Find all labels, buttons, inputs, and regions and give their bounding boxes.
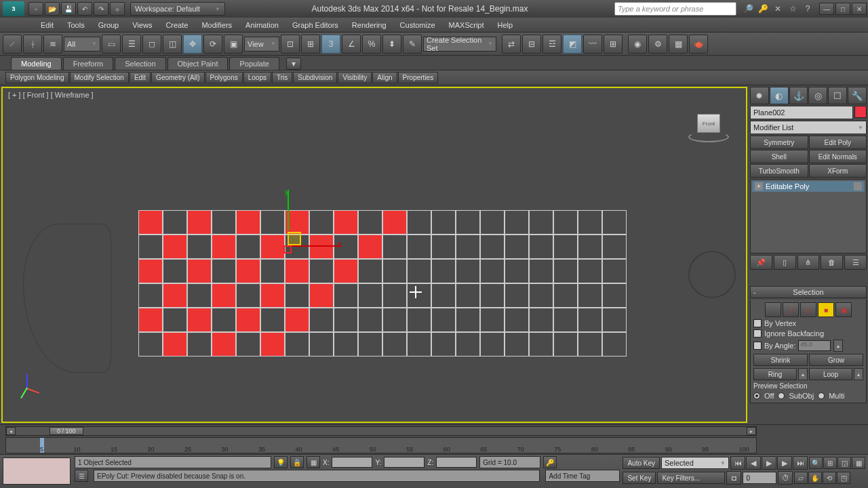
goto-start-icon[interactable]: ⏮ [730, 456, 745, 470]
favorite-icon[interactable]: ☆ [787, 3, 799, 15]
time-prev-icon[interactable]: ◂ [6, 427, 16, 435]
menu-help[interactable]: Help [491, 19, 520, 31]
tab-modeling[interactable]: Modeling [11, 57, 62, 70]
time-slider[interactable]: ◂ 0 / 100 ▸ [5, 426, 757, 436]
redo-icon[interactable]: ↷ [94, 2, 108, 16]
by-angle-input[interactable]: 45.0 [798, 340, 831, 351]
select-by-name-icon[interactable]: ☰ [122, 35, 141, 54]
spinner-snap-icon[interactable]: ⬍ [382, 35, 401, 54]
modify-tab-icon[interactable]: ◐ [770, 87, 789, 104]
panel-loops[interactable]: Loops [243, 72, 271, 83]
gizmo-x-axis-icon[interactable] [288, 245, 342, 247]
menu-modifiers[interactable]: Modifiers [195, 19, 239, 31]
pan-icon[interactable]: ✋ [808, 472, 822, 484]
align-icon[interactable]: ⊟ [522, 35, 541, 54]
selection-rollout-header[interactable]: - Selection [750, 286, 867, 298]
next-frame-icon[interactable]: ▶ [777, 456, 792, 470]
lock-selection-icon[interactable]: 💡 [274, 456, 288, 468]
panel-subdivision[interactable]: Subdivision [293, 72, 337, 83]
stack-editable-poly[interactable]: + Editable Poly [752, 181, 865, 192]
edit-poly-button[interactable]: Edit Poly [809, 136, 867, 149]
symmetry-button[interactable]: Symmetry [750, 136, 808, 149]
show-end-result-icon[interactable]: ▯ [774, 255, 796, 270]
ring-spinner[interactable]: ▴ [798, 368, 808, 380]
panel-geometry-all[interactable]: Geometry (All) [151, 72, 204, 83]
app-logo-icon[interactable]: 3 [3, 1, 24, 16]
viewport-label[interactable]: [ + ] [ Front ] [ Wireframe ] [8, 91, 94, 99]
y-coord-input[interactable] [384, 457, 425, 468]
menu-tools[interactable]: Tools [60, 19, 92, 31]
select-region-icon[interactable]: ◻ [142, 35, 161, 54]
render-icon[interactable]: 🫖 [689, 35, 708, 54]
graphite-icon[interactable]: ◩ [563, 35, 582, 54]
expand-icon[interactable]: + [755, 182, 763, 190]
save-icon[interactable]: 💾 [61, 2, 76, 16]
panel-edit[interactable]: Edit [130, 72, 151, 83]
shrink-button[interactable]: Shrink [753, 354, 808, 366]
help-icon[interactable]: ? [802, 3, 814, 15]
material-editor-icon[interactable]: ◉ [628, 35, 647, 54]
play-icon[interactable]: ▶ [762, 456, 776, 470]
set-key-button[interactable]: Set Key [623, 472, 656, 484]
exchange-icon[interactable]: ✕ [772, 3, 784, 15]
zoom-extents-all-icon[interactable]: ▦ [852, 457, 865, 469]
selection-filter-dropdown[interactable]: All▼ [64, 37, 100, 52]
render-frame-icon[interactable]: ▦ [669, 35, 688, 54]
mini-listener-input[interactable] [3, 458, 71, 485]
orbit-icon[interactable]: ⟲ [823, 472, 836, 484]
ref-coord-dropdown[interactable]: View▼ [244, 37, 279, 52]
prev-frame-icon[interactable]: ◀ [746, 456, 761, 470]
stack-toggle-icon[interactable] [854, 182, 862, 190]
panel-polygon-modeling[interactable]: Polygon Modeling [5, 72, 69, 83]
display-tab-icon[interactable]: ☐ [828, 87, 847, 104]
tab-populate[interactable]: Populate [229, 57, 279, 70]
new-icon[interactable]: ▫ [28, 2, 43, 16]
panel-modify-selection[interactable]: Modify Selection [70, 72, 129, 83]
turbosmooth-button[interactable]: TurboSmooth [750, 164, 808, 178]
layers-icon[interactable]: ☲ [542, 35, 561, 54]
edge-subobj-icon[interactable]: ╱ [783, 302, 799, 317]
goto-end-icon[interactable]: ⏭ [793, 456, 808, 470]
tab-freeform[interactable]: Freeform [63, 57, 114, 70]
minimize-button[interactable]: — [819, 3, 834, 15]
zoom-icon[interactable]: 🔍 [809, 457, 823, 469]
close-button[interactable]: ✕ [852, 3, 867, 15]
menu-create[interactable]: Create [159, 19, 195, 31]
gizmo-center-icon[interactable] [283, 245, 292, 253]
create-tab-icon[interactable]: ✹ [750, 87, 769, 104]
zoom-extents-icon[interactable]: ◲ [837, 457, 851, 469]
key-filter-dropdown[interactable]: Selected▼ [661, 457, 729, 469]
by-vertex-checkbox[interactable] [753, 319, 762, 327]
named-selection-dropdown[interactable]: Create Selection Set▼ [423, 37, 496, 52]
unlink-icon[interactable]: ⟊ [23, 35, 42, 54]
viewcube-face[interactable]: Front [697, 114, 720, 133]
angle-snap-icon[interactable]: ∠ [342, 35, 361, 54]
key-mode-icon[interactable]: ◘ [726, 471, 741, 485]
menu-views[interactable]: Views [125, 19, 159, 31]
ignore-backfacing-checkbox[interactable] [753, 329, 762, 338]
bind-space-warp-icon[interactable]: ≋ [43, 35, 62, 54]
viewcube-ring-icon[interactable] [688, 131, 729, 142]
panel-polygons[interactable]: Polygons [205, 72, 243, 83]
add-time-tag[interactable]: Add Time Tag [545, 470, 620, 482]
tab-object-paint[interactable]: Object Paint [167, 57, 229, 70]
viewcube[interactable]: Front [685, 108, 732, 142]
make-unique-icon[interactable]: ⋔ [797, 255, 820, 270]
select-link-icon[interactable]: ⟋ [3, 35, 22, 54]
panel-visibility[interactable]: Visibility [338, 72, 372, 83]
render-setup-icon[interactable]: ⚙ [648, 35, 667, 54]
lock-icon[interactable]: 🔒 [290, 456, 304, 468]
z-coord-input[interactable] [436, 457, 477, 468]
menu-customize[interactable]: Customize [393, 19, 442, 31]
percent-snap-icon[interactable]: % [362, 35, 381, 54]
gizmo-y-axis-icon[interactable] [288, 190, 289, 230]
undo-icon[interactable]: ↶ [77, 2, 92, 16]
time-slider-thumb[interactable]: 0 / 100 [50, 427, 83, 435]
pin-stack-icon[interactable]: 📌 [750, 255, 772, 270]
curve-editor-icon[interactable]: 〰 [583, 35, 602, 54]
edit-normals-button[interactable]: Edit Normals [809, 150, 867, 163]
front-viewport[interactable]: [ + ] [ Front ] [ Wireframe ] Front y x [1, 87, 747, 423]
current-frame-input[interactable]: 0 [743, 472, 776, 484]
modifier-list-dropdown[interactable]: Modifier List ▼ [750, 121, 867, 134]
search-icon[interactable]: 🔎 [742, 3, 754, 15]
